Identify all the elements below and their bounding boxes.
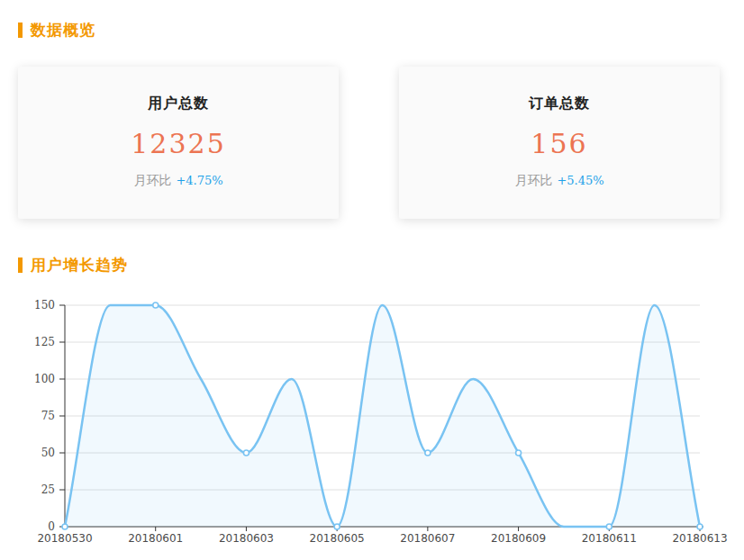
card-subline-orders: 月环比+5.45% [399,173,720,189]
data-point-marker[interactable] [697,524,703,529]
card-subline-users: 月环比+4.75% [18,173,339,189]
data-point-marker[interactable] [62,524,68,529]
card-title-users: 用户总数 [18,67,339,113]
stat-card-orders: 订单总数 156 月环比+5.45% [399,67,720,219]
y-tick-label: 25 [41,483,55,496]
y-tick-label: 150 [34,299,55,312]
x-tick-label: 20180530 [37,532,92,545]
card-sub-label: 月环比 [133,173,171,187]
x-tick-label: 20180601 [128,532,183,545]
x-tick-label: 20180605 [310,532,365,545]
y-tick-label: 50 [41,447,55,459]
x-tick-label: 20180603 [219,532,274,545]
section-title-overview: 数据概览 [31,20,95,41]
card-sub-delta: +4.75% [176,174,222,187]
data-point-marker[interactable] [425,450,431,456]
stat-card-users: 用户总数 12325 月环比+4.75% [18,67,339,219]
data-point-marker[interactable] [243,450,249,456]
data-point-marker[interactable] [334,524,340,529]
x-tick-label: 20180609 [491,532,546,545]
y-tick-label: 0 [48,520,55,533]
stat-cards-row: 用户总数 12325 月环比+4.75% 订单总数 156 月环比+5.45% [18,67,720,219]
card-value-orders: 156 [399,128,720,159]
x-tick-label: 20180613 [672,532,727,545]
section-accent-bar [18,257,23,273]
section-header-overview: 数据概览 [18,22,744,38]
y-tick-label: 100 [34,373,55,385]
data-point-marker[interactable] [516,450,522,456]
section-header-trend: 用户增长趋势 [18,257,744,273]
x-tick-label: 20180611 [582,532,637,545]
card-value-users: 12325 [18,128,339,159]
data-point-marker[interactable] [153,303,159,308]
user-growth-chart[interactable]: 0255075100125150201805302018060120180603… [0,284,744,560]
card-sub-delta: +5.45% [557,174,603,187]
data-point-marker[interactable] [606,524,612,529]
y-tick-label: 75 [41,410,55,422]
card-sub-label: 月环比 [514,173,552,187]
y-tick-label: 125 [34,336,55,348]
x-tick-label: 20180607 [400,532,455,545]
dashboard-page: 数据概览 用户总数 12325 月环比+4.75% 订单总数 156 月环比+5… [0,22,744,560]
trend-chart-svg[interactable]: 0255075100125150201805302018060120180603… [0,284,744,560]
section-title-trend: 用户增长趋势 [31,255,128,275]
section-accent-bar [18,23,23,38]
card-title-orders: 订单总数 [399,67,720,113]
